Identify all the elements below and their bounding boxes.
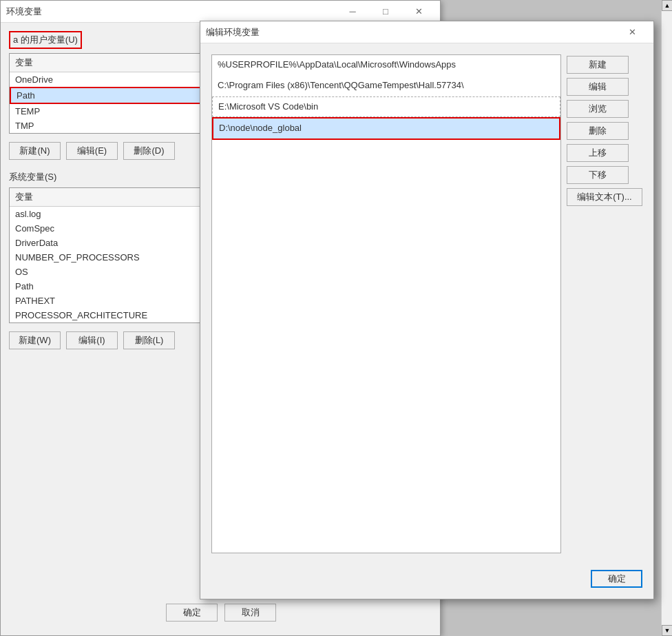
- path-editor-layout: %USERPROFILE%\AppData\Local\Microsoft\Wi…: [211, 54, 642, 564]
- system-new-button[interactable]: 新建(W): [9, 331, 61, 349]
- maximize-button[interactable]: □: [370, 1, 401, 22]
- system-var-pathext[interactable]: PATHEXT: [10, 294, 201, 308]
- system-var-os[interactable]: OS: [10, 265, 201, 279]
- path-list: %USERPROFILE%\AppData\Local\Microsoft\Wi…: [211, 54, 561, 553]
- user-edit-button[interactable]: 编辑(E): [66, 142, 118, 160]
- window-controls: ─ □ ✕: [337, 1, 434, 22]
- user-delete-button[interactable]: 删除(D): [123, 142, 175, 160]
- path-list-container: %USERPROFILE%\AppData\Local\Microsoft\Wi…: [211, 54, 561, 564]
- scrollbar-up-btn[interactable]: ▲: [662, 0, 672, 11]
- dialog-title: 编辑环境变量: [206, 26, 260, 39]
- user-section-label: a 的用户变量(U): [9, 31, 82, 49]
- edit-text-button[interactable]: 编辑文本(T)...: [567, 188, 642, 206]
- path-row-3[interactable]: D:\node\node_global: [212, 117, 560, 140]
- close-button[interactable]: ✕: [403, 1, 434, 22]
- system-delete-button[interactable]: 删除(L): [123, 331, 175, 349]
- minimize-icon: ─: [349, 6, 355, 17]
- path-row-0[interactable]: %USERPROFILE%\AppData\Local\Microsoft\Wi…: [212, 55, 560, 76]
- user-var-tmp[interactable]: TMP: [10, 119, 201, 133]
- edit-env-var-dialog: 编辑环境变量 ✕ %USERPROFILE%\AppData\Local\Mic…: [200, 21, 654, 599]
- bg-ok-button[interactable]: 确定: [166, 604, 218, 622]
- user-vars-table: 变量 OneDrive Path TEMP TMP: [9, 53, 202, 134]
- maximize-icon: □: [383, 6, 388, 17]
- env-vars-title: 环境变量: [6, 6, 42, 18]
- system-var-asllog[interactable]: asl.log: [10, 207, 201, 221]
- dialog-close-button[interactable]: ✕: [616, 22, 648, 43]
- bg-scrollbar[interactable]: ▲ ▼: [661, 0, 672, 636]
- system-var-proc-arch[interactable]: PROCESSOR_ARCHITECTURE: [10, 308, 201, 322]
- move-down-button[interactable]: 下移: [567, 166, 629, 184]
- delete-path-button[interactable]: 删除: [567, 122, 629, 140]
- user-new-button[interactable]: 新建(N): [9, 142, 61, 160]
- dialog-close-icon: ✕: [629, 27, 636, 37]
- browse-path-button[interactable]: 浏览: [567, 100, 629, 118]
- system-var-path[interactable]: Path: [10, 279, 201, 294]
- close-icon: ✕: [415, 6, 423, 17]
- dialog-content: %USERPROFILE%\AppData\Local\Microsoft\Wi…: [200, 43, 653, 599]
- user-var-path[interactable]: Path: [10, 87, 201, 104]
- user-vars-header: 变量: [10, 54, 201, 72]
- path-row-2[interactable]: E:\Microsoft VS Code\bin: [212, 96, 560, 118]
- new-path-button[interactable]: 新建: [567, 56, 629, 74]
- system-var-numprocessors[interactable]: NUMBER_OF_PROCESSORS: [10, 250, 201, 265]
- side-buttons: 新建 编辑 浏览 删除 上移 下移 编辑文本(T)...: [567, 54, 642, 564]
- bg-bottom-buttons: 确定 取消: [1, 604, 441, 622]
- edit-path-button[interactable]: 编辑: [567, 78, 629, 96]
- bg-cancel-button[interactable]: 取消: [224, 604, 276, 622]
- dialog-bottom: 确定: [211, 570, 642, 588]
- system-edit-button[interactable]: 编辑(I): [66, 331, 118, 349]
- dialog-ok-button[interactable]: 确定: [591, 570, 642, 588]
- path-row-1[interactable]: C:\Program Files (x86)\Tencent\QQGameTem…: [212, 76, 560, 96]
- dialog-controls: ✕: [616, 22, 648, 43]
- system-vars-header: 变量: [10, 188, 201, 207]
- system-vars-table: 变量 asl.log ComSpec DriverData NUMBER_OF_…: [9, 187, 202, 323]
- env-vars-titlebar: 环境变量 ─ □ ✕: [1, 1, 440, 23]
- dialog-titlebar: 编辑环境变量 ✕: [200, 21, 653, 43]
- move-up-button[interactable]: 上移: [567, 144, 629, 162]
- minimize-button[interactable]: ─: [337, 1, 368, 22]
- user-var-temp[interactable]: TEMP: [10, 104, 201, 119]
- user-var-ondrive[interactable]: OneDrive: [10, 72, 201, 87]
- system-var-comspec[interactable]: ComSpec: [10, 221, 201, 236]
- scrollbar-down-btn[interactable]: ▼: [662, 625, 672, 636]
- system-var-driverdata[interactable]: DriverData: [10, 236, 201, 250]
